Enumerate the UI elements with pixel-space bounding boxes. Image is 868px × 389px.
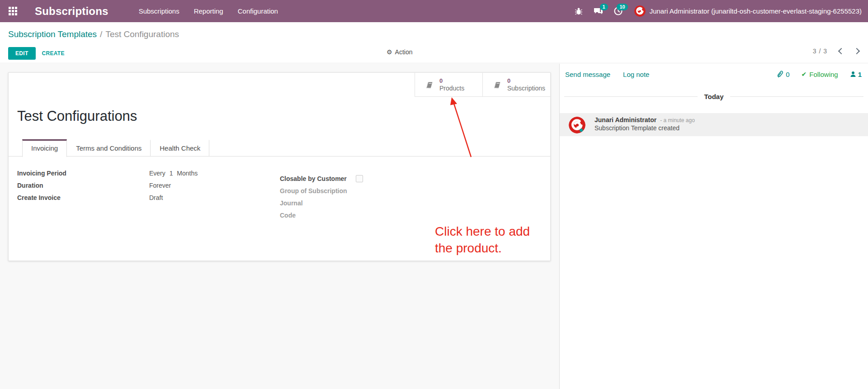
field-group-of-subscription: Group of Subscription	[280, 185, 470, 197]
field-label: Invoicing Period	[17, 170, 149, 177]
pager-previous-icon[interactable]	[838, 48, 844, 54]
products-count: 0	[439, 77, 464, 85]
company-logo-avatar	[634, 5, 646, 17]
closable-checkbox[interactable]	[356, 175, 363, 182]
create-button[interactable]: CREATE	[42, 50, 65, 57]
debug-bug-icon[interactable]	[571, 5, 586, 18]
field-closable-by-customer: Closable by Customer	[280, 172, 470, 185]
breadcrumb-current: Test Configurations	[105, 29, 179, 39]
form-view-area: 0 Products 0 Subscriptions Test Configur…	[0, 64, 559, 389]
field-journal: Journal	[280, 197, 470, 209]
follower-count: 1	[858, 71, 862, 78]
book-icon	[424, 79, 435, 90]
activities-clock-icon[interactable]: 10	[611, 5, 626, 18]
tab-health-check[interactable]: Health Check	[151, 140, 209, 156]
tab-terms-and-conditions[interactable]: Terms and Conditions	[67, 140, 151, 156]
field-label: Closable by Customer	[280, 175, 356, 182]
book-icon	[492, 79, 503, 90]
send-message-button[interactable]: Send message	[565, 71, 610, 78]
messages-count-badge: 1	[600, 4, 608, 10]
field-value: Draft	[149, 194, 163, 201]
control-panel: Subscription Templates/Test Configuratio…	[0, 22, 868, 63]
record-title: Test Configurations	[17, 108, 137, 124]
app-title[interactable]: Subscriptions	[35, 5, 108, 18]
pager: 3 / 3	[813, 47, 859, 55]
attachments-button[interactable]: 0	[777, 71, 789, 78]
field-code: Code	[280, 209, 470, 221]
stat-buttons: 0 Products 0 Subscriptions	[415, 73, 550, 97]
subscriptions-label: Subscriptions	[507, 85, 545, 92]
field-duration: Duration Forever	[17, 179, 270, 191]
following-label: Following	[809, 71, 838, 78]
products-stat-button[interactable]: 0 Products	[415, 73, 482, 97]
systray: 1 10 Junari Administrator (junariltd-osh…	[571, 5, 862, 18]
date-divider-label: Today	[698, 93, 730, 100]
field-value: Every 1 Months	[149, 170, 198, 177]
breadcrumb-separator: /	[100, 29, 102, 39]
user-menu[interactable]: Junari Administrator (junariltd-osh-cust…	[634, 5, 862, 17]
following-button[interactable]: ✔ Following	[802, 71, 838, 78]
followers-button[interactable]: 1	[850, 71, 862, 78]
person-icon	[850, 71, 856, 77]
menu-subscriptions[interactable]: Subscriptions	[133, 5, 185, 18]
check-icon: ✔	[802, 71, 807, 78]
pager-value: 3 / 3	[813, 47, 827, 55]
field-value: Forever	[149, 182, 171, 189]
subscriptions-stat-button[interactable]: 0 Subscriptions	[482, 73, 550, 97]
date-divider: Today	[560, 93, 868, 100]
log-note-button[interactable]: Log note	[623, 71, 649, 78]
chatter-topbar: Send message Log note 0 ✔ Following 1	[560, 64, 868, 85]
pager-next-icon[interactable]	[854, 48, 860, 54]
chatter-message: Junari Administrator - a minute ago Subs…	[560, 113, 868, 136]
user-name: Junari Administrator (junariltd-osh-cust…	[650, 7, 862, 15]
apps-menu-icon[interactable]	[9, 7, 18, 16]
field-invoicing-period: Invoicing Period Every 1 Months	[17, 167, 270, 179]
gear-icon: ⚙	[387, 48, 392, 56]
author-avatar[interactable]	[569, 117, 585, 133]
nav-menus: Subscriptions Reporting Configuration	[133, 5, 283, 18]
action-menu-button[interactable]: ⚙ Action	[387, 48, 412, 56]
field-create-invoice: Create Invoice Draft	[17, 191, 270, 204]
top-navbar: Subscriptions Subscriptions Reporting Co…	[0, 0, 868, 22]
message-timestamp: - a minute ago	[660, 117, 695, 123]
notebook-tabs: Invoicing Terms and Conditions Health Ch…	[9, 139, 550, 157]
annotation-text: Click here to add the product.	[435, 223, 530, 256]
subscriptions-count: 0	[507, 77, 545, 85]
menu-configuration[interactable]: Configuration	[232, 5, 283, 18]
message-author[interactable]: Junari Administrator	[594, 116, 656, 123]
field-label: Duration	[17, 182, 149, 189]
edit-button[interactable]: EDIT	[8, 47, 36, 60]
paperclip-icon	[777, 71, 783, 78]
action-label: Action	[395, 48, 413, 56]
breadcrumb: Subscription Templates/Test Configuratio…	[8, 29, 179, 39]
attachment-count: 0	[786, 71, 789, 78]
message-body: Subscription Template created	[594, 124, 695, 132]
chatter-panel: Send message Log note 0 ✔ Following 1	[559, 64, 868, 389]
breadcrumb-parent-link[interactable]: Subscription Templates	[8, 29, 97, 39]
field-label: Create Invoice	[17, 194, 149, 201]
products-label: Products	[439, 85, 464, 92]
activities-count-badge: 10	[617, 4, 627, 10]
messages-icon[interactable]: 1	[591, 5, 606, 18]
menu-reporting[interactable]: Reporting	[189, 5, 229, 18]
tab-invoicing[interactable]: Invoicing	[22, 139, 67, 157]
